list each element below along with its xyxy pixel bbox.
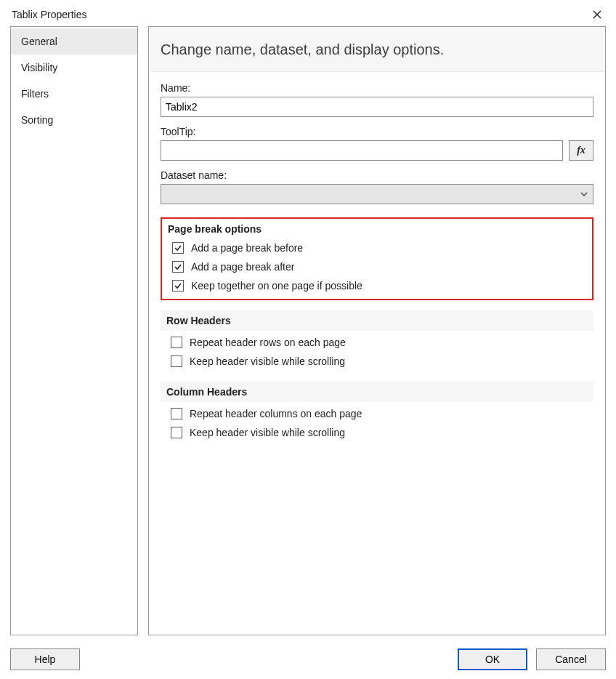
row-headers-section: Row Headers Repeat header rows on each p…	[161, 310, 593, 369]
main-panel: Change name, dataset, and display option…	[148, 26, 606, 635]
checkbox-label: Keep together on one page if possible	[191, 280, 362, 292]
fx-icon: fx	[577, 145, 585, 156]
dialog-body: General Visibility Filters Sorting Chang…	[0, 26, 616, 643]
tooltip-expression-button[interactable]: fx	[569, 140, 593, 161]
sidebar-item-label: Visibility	[21, 62, 57, 73]
checkbox-repeat-rows[interactable]	[171, 337, 182, 348]
sidebar-item-filters[interactable]: Filters	[11, 81, 137, 107]
svg-line-1	[593, 11, 601, 18]
sidebar-item-general[interactable]: General	[11, 28, 137, 55]
sidebar-item-label: General	[21, 36, 57, 47]
tablix-properties-dialog: Tablix Properties General Visibility Fil…	[0, 0, 616, 679]
checkbox-page-break-after[interactable]	[172, 261, 184, 273]
checkbox-page-break-before[interactable]	[172, 242, 184, 254]
sidebar-item-label: Sorting	[21, 114, 53, 126]
ok-button[interactable]: OK	[458, 648, 527, 670]
form-area: Name: ToolTip: fx Dataset name:	[149, 72, 605, 453]
main-heading-wrap: Change name, dataset, and display option…	[149, 27, 605, 72]
checkbox-label: Add a page break before	[191, 242, 303, 254]
name-label: Name:	[161, 82, 593, 94]
checkbox-label: Keep header visible while scrolling	[190, 355, 345, 367]
page-break-title: Page break options	[162, 219, 592, 236]
page-break-option-keep-together: Keep together on one page if possible	[162, 274, 592, 293]
tooltip-row: fx	[161, 140, 593, 161]
cancel-button[interactable]: Cancel	[536, 648, 606, 670]
row-headers-repeat: Repeat header rows on each page	[161, 331, 593, 350]
checkbox-label: Keep header visible while scrolling	[190, 427, 345, 438]
close-icon	[593, 10, 601, 19]
sidebar-item-label: Filters	[21, 88, 49, 100]
column-headers-repeat: Repeat header columns on each page	[161, 402, 593, 421]
dialog-title: Tablix Properties	[12, 9, 87, 20]
checkbox-keep-columns-visible[interactable]	[171, 427, 182, 438]
checkbox-keep-together[interactable]	[172, 280, 184, 292]
sidebar-item-visibility[interactable]: Visibility	[11, 55, 137, 81]
row-headers-keep-visible: Keep header visible while scrolling	[161, 350, 593, 369]
button-label: Cancel	[555, 654, 587, 665]
svg-line-0	[593, 11, 601, 18]
row-headers-title: Row Headers	[161, 310, 593, 331]
page-break-option-before: Add a page break before	[162, 236, 592, 255]
page-break-option-after: Add a page break after	[162, 255, 592, 274]
titlebar: Tablix Properties	[0, 0, 616, 26]
page-break-highlight: Page break options Add a page break befo…	[161, 217, 593, 300]
checkbox-repeat-columns[interactable]	[171, 408, 182, 419]
help-button[interactable]: Help	[10, 648, 80, 670]
column-headers-title: Column Headers	[161, 382, 593, 402]
check-icon	[174, 262, 182, 271]
sidebar: General Visibility Filters Sorting	[10, 26, 138, 635]
checkbox-label: Repeat header columns on each page	[190, 408, 362, 419]
check-icon	[174, 281, 182, 290]
checkbox-keep-rows-visible[interactable]	[171, 355, 182, 367]
main-heading: Change name, dataset, and display option…	[161, 41, 593, 58]
tooltip-input[interactable]	[161, 140, 563, 161]
column-headers-section: Column Headers Repeat header columns on …	[161, 382, 593, 440]
column-headers-keep-visible: Keep header visible while scrolling	[161, 421, 593, 440]
dataset-select[interactable]	[161, 184, 593, 204]
close-button[interactable]	[587, 6, 607, 23]
name-input[interactable]	[161, 97, 593, 117]
tooltip-label: ToolTip:	[161, 126, 593, 137]
dataset-label: Dataset name:	[161, 169, 593, 181]
check-icon	[174, 244, 182, 252]
chevron-down-icon	[580, 190, 588, 198]
button-label: OK	[485, 654, 500, 665]
checkbox-label: Add a page break after	[191, 261, 294, 273]
sidebar-item-sorting[interactable]: Sorting	[11, 107, 137, 133]
checkbox-label: Repeat header rows on each page	[190, 337, 346, 348]
button-label: Help	[35, 654, 56, 665]
dialog-footer: Help OK Cancel	[0, 643, 616, 679]
name-row	[161, 97, 593, 117]
